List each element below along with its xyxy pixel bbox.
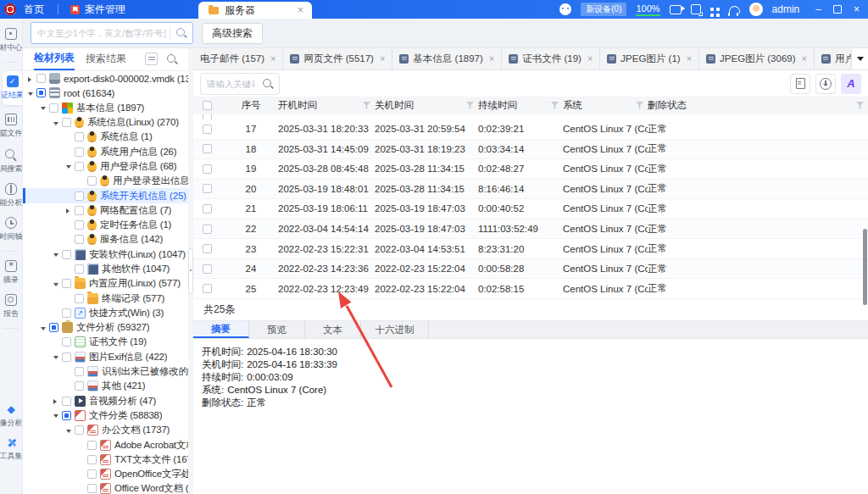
close-icon[interactable]: ×	[802, 53, 807, 64]
detail-tab[interactable]: 预览	[249, 321, 305, 338]
caret-icon[interactable]	[66, 205, 75, 215]
close-icon[interactable]: ×	[587, 53, 593, 64]
list-view-icon[interactable]	[145, 53, 158, 65]
caret-icon[interactable]	[53, 249, 62, 259]
checkbox[interactable]	[62, 279, 71, 288]
tree-item[interactable]: OpenOffice文字处理 (2)	[23, 467, 188, 481]
caret-icon[interactable]	[66, 161, 75, 171]
checkbox[interactable]	[203, 204, 212, 214]
tree-item[interactable]: 图片Exif信息 (422)	[23, 350, 188, 364]
tree-item[interactable]: 基本信息 (1897)	[23, 101, 188, 115]
tree-item[interactable]: Adobe Acrobat文档 (19)	[23, 437, 188, 452]
search-input[interactable]	[31, 28, 170, 38]
tab-server[interactable]: 服务器 ×	[198, 2, 312, 19]
sidebar-item-evidence-file[interactable]: 证据文件	[0, 114, 22, 139]
file-tab-2[interactable]: 网页文件 (5517)×	[283, 47, 392, 69]
tabs-dropdown-button[interactable]	[851, 47, 868, 69]
caret-icon[interactable]	[28, 88, 36, 98]
close-icon[interactable]: ×	[380, 53, 385, 64]
tree-item[interactable]: 网络配置信息 (7)	[23, 203, 188, 218]
close-icon[interactable]: ×	[489, 53, 494, 64]
avatar[interactable]	[749, 3, 763, 16]
tree-item[interactable]: 音视频分析 (47)	[23, 394, 188, 408]
checkbox[interactable]	[203, 125, 212, 134]
tree-item[interactable]: 其他 (421)	[23, 379, 188, 393]
checkbox[interactable]	[62, 411, 71, 420]
checkbox[interactable]	[75, 425, 84, 435]
caret-icon[interactable]	[53, 118, 62, 128]
tree-item[interactable]: 定时任务信息 (1)	[23, 218, 188, 232]
tab-evidence-list[interactable]: 检材列表	[34, 47, 75, 70]
tree-item[interactable]: 识别出来已被修改的照片 (1)	[23, 364, 188, 379]
checkbox[interactable]	[75, 147, 84, 157]
table-row[interactable]: 222022-03-04 14:54:142025-03-19 18:47:03…	[193, 219, 868, 240]
nav-home[interactable]: 首页	[24, 3, 44, 17]
vertical-scrollbar[interactable]	[863, 229, 867, 305]
tree-item[interactable]: 系统用户信息 (26)	[23, 144, 188, 158]
checkbox[interactable]	[62, 352, 71, 362]
checkbox[interactable]	[75, 132, 84, 142]
tree-item[interactable]: Office Word文档 (6)	[23, 481, 188, 494]
sidebar-item-toolset[interactable]: 工具集	[0, 437, 22, 462]
tree-item[interactable]: 内置应用(Linux) (577)	[23, 276, 188, 291]
tree-item[interactable]: export-disk0-000002.vmdk (13)	[23, 71, 188, 86]
checkbox[interactable]	[75, 220, 84, 230]
checkbox[interactable]	[75, 235, 84, 244]
file-tab-1[interactable]: 电子邮件 (157)×	[193, 47, 283, 69]
checkbox[interactable]	[87, 441, 97, 450]
new-device-badge[interactable]: 新设备(0)	[581, 3, 626, 16]
support-headset-icon[interactable]	[729, 6, 740, 14]
table-row[interactable]: 232022-02-23 15:22:312022-03-04 14:53:51…	[193, 239, 868, 259]
detail-tab[interactable]: 文本	[305, 321, 361, 338]
tree-item[interactable]: 系统开关机信息 (25)	[23, 188, 188, 203]
checkbox[interactable]	[62, 118, 71, 127]
checkbox[interactable]	[75, 367, 84, 376]
sidebar-item-smart-analysis[interactable]: 智能分析	[0, 183, 22, 208]
table-row[interactable]: 172025-03-31 18:20:332025-03-31 20:59:54…	[193, 119, 868, 140]
tree-item[interactable]: 系统信息 (1)	[23, 130, 188, 144]
tree-item[interactable]: root (61634)	[23, 86, 188, 100]
select-all-checkbox[interactable]	[203, 101, 212, 110]
caret-icon[interactable]	[66, 425, 75, 436]
advanced-search-button[interactable]: 高级搜索	[202, 23, 263, 44]
checkbox[interactable]	[203, 144, 212, 153]
file-tab-6[interactable]: JPEG图片 (3069)×	[699, 47, 815, 69]
caret-icon[interactable]	[53, 352, 62, 362]
checkbox[interactable]	[49, 103, 58, 113]
sidebar-item-evidence-center[interactable]: 检材中心	[0, 28, 22, 53]
sidebar-item-excerpt[interactable]: 摘录	[0, 260, 22, 286]
table-row[interactable]: 252022-02-23 12:23:492022-02-23 15:22:04…	[193, 279, 868, 299]
screen-record-icon[interactable]	[670, 5, 682, 14]
close-window-button[interactable]: ×	[854, 3, 860, 15]
checkbox[interactable]	[75, 264, 84, 274]
tree-item[interactable]: 服务信息 (142)	[23, 232, 188, 247]
close-icon[interactable]: ×	[270, 53, 275, 64]
keyword-search-icon[interactable]	[263, 79, 271, 87]
checkbox[interactable]	[75, 381, 84, 391]
sidebar-item-image-analysis[interactable]: 图像分析	[0, 403, 22, 429]
detail-tab[interactable]: 摘要	[193, 321, 249, 338]
checkbox[interactable]	[75, 162, 84, 171]
search-icon[interactable]	[176, 28, 185, 36]
checkbox[interactable]	[87, 176, 97, 186]
export-report-button[interactable]	[790, 74, 810, 94]
table-row[interactable]: 182025-03-31 14:45:092025-03-31 18:19:23…	[193, 140, 868, 160]
checkbox[interactable]	[62, 397, 71, 406]
table-row[interactable]: 202025-03-19 18:48:012025-03-28 11:34:15…	[193, 180, 868, 200]
checkbox[interactable]	[87, 469, 97, 479]
filter-icon[interactable]	[551, 102, 559, 109]
checkbox[interactable]	[203, 164, 212, 174]
checkbox[interactable]	[203, 184, 212, 193]
caret-icon[interactable]	[41, 323, 49, 333]
tree-item[interactable]: 用户登录信息 (68)	[23, 159, 188, 174]
table-row[interactable]: 192025-03-28 08:45:482025-03-28 11:34:15…	[193, 159, 868, 180]
file-tab-4[interactable]: 证书文件 (19)×	[502, 47, 600, 69]
panel-splitter[interactable]	[188, 47, 193, 494]
tree-item[interactable]: 快捷方式(Win) (3)	[23, 306, 188, 320]
sidebar-item-timeline[interactable]: 时间轴	[0, 217, 22, 242]
tree-item[interactable]: 证书文件 (19)	[23, 335, 188, 349]
close-icon[interactable]: ×	[298, 5, 303, 15]
caret-icon[interactable]	[53, 279, 62, 289]
sidebar-item-global-search[interactable]: 全局搜索	[0, 147, 22, 175]
sidebar-item-report[interactable]: 报告	[0, 294, 22, 319]
